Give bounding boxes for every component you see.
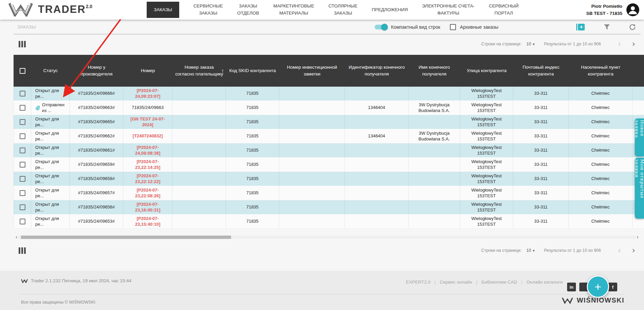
nav-tab-orders[interactable]: ЗАКАЗЫ <box>147 2 179 18</box>
user-avatar-icon[interactable] <box>626 3 639 16</box>
row-select-cell <box>14 101 31 115</box>
col-header-postal-code[interactable]: Почтовый индекс контрагента <box>513 55 569 87</box>
scrollbar-thumb[interactable] <box>21 236 231 239</box>
compact-view-toggle[interactable] <box>375 25 387 29</box>
nav-tab-carpentry-orders[interactable]: СТОЛЯРНЫЕ ЗАКАЗЫ <box>329 3 358 17</box>
table-row[interactable]: Отправлен из ... #71835/24/09663# 71835/… <box>14 101 644 115</box>
nav-tab-e-invoices[interactable]: ЭЛЕКТРОННЫЕ СЧЕТА- ФАКТУРЫ <box>422 3 475 17</box>
nav-tab-offers[interactable]: ПРЕДЛОЖЕНИЯ <box>372 6 408 14</box>
row-city: Chełmiec <box>569 129 632 143</box>
pagination-top: Строки на странице: 10 ▼ Результаты от 1… <box>14 37 641 51</box>
fab-add-button[interactable]: + <box>587 275 609 298</box>
row-city: Chełmiec <box>569 158 632 172</box>
scroll-left-arrow[interactable] <box>14 236 17 239</box>
scrollbar-track[interactable] <box>18 236 636 239</box>
row-checkbox[interactable] <box>20 105 25 111</box>
scroll-right-arrow[interactable] <box>637 236 640 239</box>
row-checkbox[interactable] <box>20 162 25 168</box>
col-header-city[interactable]: Населенный пункт контрагента <box>569 55 632 87</box>
row-investment-note <box>279 115 345 129</box>
table-row[interactable]: Открыт для ре... #71835/24/09658# [P2024… <box>14 172 644 186</box>
rows-per-page-select[interactable]: 10 ▼ <box>526 42 535 46</box>
row-skid-code: 71835 <box>226 172 279 186</box>
row-investment-note <box>279 215 345 228</box>
nav-tab-service-portal[interactable]: СЕРВИСНЫЙ ПОРТАЛ <box>489 3 519 17</box>
col-header-street[interactable]: Улица контрагента <box>460 55 513 87</box>
next-page-button-bottom[interactable]: › <box>626 247 641 254</box>
row-status-label: Отправлен из ... <box>42 102 67 114</box>
nav-tab-department-orders[interactable]: ЗАКАЗЫ ОТДЕЛОВ <box>237 3 259 17</box>
prev-page-button[interactable]: ‹ <box>612 41 627 47</box>
row-street: WielogłowyTest 153TEST <box>460 129 513 143</box>
column-settings-icon-bottom[interactable] <box>19 247 26 254</box>
row-skid-code: 71835 <box>226 101 279 115</box>
row-street: WielogłowyTest 153TEST <box>460 172 513 186</box>
prev-page-button-bottom[interactable]: ‹ <box>612 247 627 254</box>
table-row[interactable]: Открыт для ре... #71835/24/09657# [P2024… <box>14 186 644 200</box>
row-checkbox[interactable] <box>20 190 25 196</box>
footer-copyright: Все права защищены © WIŚNIOWSKI <box>21 300 95 305</box>
row-checkbox[interactable] <box>20 148 25 153</box>
row-postal-code: 33-311 <box>513 87 569 101</box>
col-header-skid-code[interactable]: Код SKID контрагента <box>226 55 279 87</box>
col-header-payer-order-number[interactable]: Номер заказа согласно плательщику↑ <box>172 55 226 87</box>
add-order-button[interactable]: + <box>576 24 585 30</box>
table-row[interactable]: Открыт для ре... #71835/24/09662# [T2407… <box>14 129 644 143</box>
nav-tab-service-orders[interactable]: СЕРВИСНЫЕ ЗАКАЗЫ <box>193 3 223 17</box>
col-header-manufacturer-number[interactable]: Номер у производителя <box>70 55 123 87</box>
table-row[interactable]: Открыт для ре... #71835/24/09656# [P2024… <box>14 200 644 215</box>
select-all-checkbox[interactable] <box>20 68 25 74</box>
row-extra <box>632 101 644 115</box>
side-tab-new-request[interactable]: Новая заявка <box>635 118 644 156</box>
row-checkbox[interactable] <box>20 204 25 210</box>
row-checkbox[interactable] <box>20 119 25 125</box>
column-settings-icon[interactable] <box>19 41 26 47</box>
row-street: WielogłowyTest 153TEST <box>460 158 513 172</box>
filter-button[interactable] <box>604 24 610 30</box>
pagination-bottom: Строки на странице: 10 ▼ Результаты от 1… <box>14 244 641 257</box>
footer-link-expert[interactable]: EXPERT2.0 <box>406 280 431 285</box>
footer-link-service-online[interactable]: Сервис онлайн <box>431 280 472 285</box>
row-checkbox[interactable] <box>20 91 25 96</box>
col-header-recipient-id[interactable]: Идентификатор конечного получателя <box>345 55 409 87</box>
row-investment-note <box>279 172 345 186</box>
table-row[interactable]: Открыт для ре... #71835/24/09666# [P2024… <box>14 87 644 101</box>
table-row[interactable]: Открыт для ре... #71835/24/09661# [P2024… <box>14 143 644 158</box>
table-row[interactable]: Открыт для ре... #71835/24/09665# [GN TE… <box>14 115 644 129</box>
row-select-cell <box>14 215 31 228</box>
col-header-number[interactable]: Номер <box>123 55 172 87</box>
row-status-label: Открыт для ре... <box>35 131 67 142</box>
row-skid-code: 71835 <box>226 129 279 143</box>
row-payer-order-number <box>172 158 226 172</box>
row-number: [P2024-07-23,22:12:22] <box>123 172 172 186</box>
footer-link-cad[interactable]: Библиотеки CAD <box>472 280 517 285</box>
row-payer-order-number <box>172 215 226 228</box>
archive-orders-checkbox[interactable] <box>450 24 456 30</box>
linkedin-icon[interactable]: in <box>567 283 576 291</box>
col-header-recipient-name[interactable]: Имя конечного получателя <box>409 55 460 87</box>
attachment-icon <box>35 105 40 110</box>
next-page-button[interactable]: › <box>626 41 641 47</box>
footer-link-catalogs[interactable]: Онлайн каталоги <box>517 280 563 285</box>
col-header-truncated[interactable]: С на к <box>632 55 644 87</box>
app-logo[interactable]: TRADER2.0 <box>8 2 92 17</box>
table-row[interactable]: Открыт для ре... #71835/24/09653# [P2024… <box>14 215 644 229</box>
side-tab-my-open-requests[interactable]: Мои открытые заявки <box>635 158 644 219</box>
row-checkbox[interactable] <box>20 176 25 182</box>
rows-per-page-label-bottom: Строки на странице: <box>481 248 522 253</box>
row-postal-code: 33-311 <box>513 215 569 228</box>
row-street: WielogłowyTest 153TEST <box>460 143 513 157</box>
row-number: [P2024-07-24,08:08:38] <box>123 143 172 157</box>
trader-w-icon <box>21 279 28 283</box>
table-row[interactable]: Открыт для ре... #71835/24/09659# [P2024… <box>14 158 644 172</box>
col-header-status[interactable]: Статус <box>31 55 70 87</box>
row-checkbox[interactable] <box>20 219 25 224</box>
results-range-label-bottom: Результаты от 1 до 10 из 906 <box>544 248 601 253</box>
refresh-button[interactable] <box>629 24 636 30</box>
facebook-icon[interactable]: f <box>608 283 617 291</box>
nav-tab-marketing-materials[interactable]: МАРКЕТИНГОВЫЕ МАТЕРИАЛЫ <box>273 3 314 17</box>
col-header-investment-note[interactable]: Номер инвестиционной заметки <box>279 55 345 87</box>
row-checkbox[interactable] <box>20 133 25 139</box>
row-status-label: Открыт для ре... <box>35 216 67 227</box>
rows-per-page-select-bottom[interactable]: 10 ▼ <box>526 248 535 253</box>
